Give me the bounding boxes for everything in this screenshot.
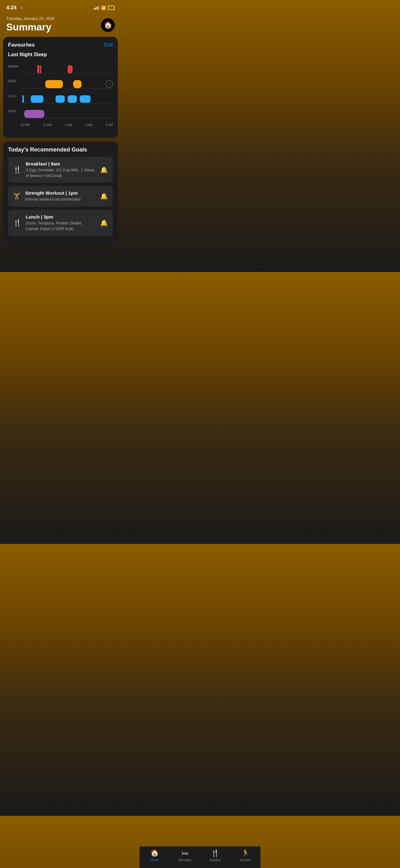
breakfast-desc: 3 Egg Omelette, 1/2 Cup Milk, 2 Slices o…: [26, 167, 96, 179]
page-header: Tuesday, January 23, 2024 Summary 🏠: [0, 14, 121, 37]
awake-block-1: [37, 65, 39, 73]
workout-content: Strength Workout | 1pm Intense workout r…: [25, 190, 96, 202]
page-title: Summary: [6, 22, 55, 32]
workout-name: Strength Workout | 1pm: [25, 190, 96, 195]
core-block-2: [31, 95, 44, 103]
battery-level: 54: [109, 6, 113, 10]
rem-row: REM →: [8, 79, 113, 90]
workout-bell-icon[interactable]: 🔔: [100, 192, 108, 200]
lunch-bell-icon[interactable]: 🔔: [100, 219, 108, 227]
awake-block-3: [68, 65, 72, 73]
home-icon: 🏠: [104, 21, 112, 29]
status-icons: 📶 54: [94, 5, 115, 10]
time-label-6am: 6 AM: [106, 123, 113, 127]
lunch-icon: 🍴: [13, 219, 22, 227]
lunch-content: Lunch | 3pm Sushi, Tempura, Protein Shak…: [26, 214, 96, 231]
workout-icon: 🏋: [13, 192, 21, 200]
breakfast-bell-icon[interactable]: 🔔: [100, 166, 108, 174]
awake-row: Awake: [8, 64, 113, 75]
core-block-3: [56, 95, 65, 103]
time-axis: 10 PM 12 AM 2 AM 4 AM 6 AM: [8, 123, 113, 127]
time-label-4am: 4 AM: [85, 123, 92, 127]
mute-icon: 🔕: [20, 6, 25, 10]
awake-block-2: [40, 65, 41, 73]
workout-goal[interactable]: 🏋 Strength Workout | 1pm Intense workout…: [8, 186, 113, 207]
time-label-10pm: 10 PM: [21, 123, 29, 127]
lunch-name: Lunch | 3pm: [26, 214, 96, 219]
favourites-header: Favourites Edit: [8, 42, 113, 48]
core-block-4: [68, 95, 77, 103]
core-block-1: [22, 95, 24, 103]
breakfast-icon: 🍴: [13, 166, 22, 174]
wifi-icon: 📶: [101, 6, 106, 10]
goals-title: Today's Recommended Goals: [8, 147, 113, 153]
favourites-card: Favourites Edit Last Night Sleep Awake R…: [3, 37, 118, 138]
signal-icon: [94, 6, 99, 10]
deep-block-1: [24, 110, 45, 118]
core-block-5: [80, 95, 91, 103]
breakfast-goal[interactable]: 🍴 Breakfast | 9am 3 Egg Omelette, 1/2 Cu…: [8, 157, 113, 183]
lunch-desc: Sushi, Tempura, Protein Shake, Caesar Sa…: [26, 220, 96, 231]
deep-label: Deep: [8, 108, 21, 113]
edit-button[interactable]: Edit: [104, 42, 113, 48]
favourites-title: Favourites: [8, 42, 35, 48]
deep-row: Deep: [8, 108, 113, 120]
rem-track: →: [21, 80, 113, 89]
rem-block-2: [73, 80, 81, 88]
sleep-detail-arrow[interactable]: →: [105, 81, 113, 88]
breakfast-name: Breakfast | 9am: [26, 161, 96, 166]
time-label-2am: 2 AM: [65, 123, 72, 127]
core-row: Core: [8, 93, 113, 104]
sleep-chart: Awake REM → Core: [8, 61, 113, 133]
header-date: Tuesday, January 23, 2024: [6, 16, 55, 21]
deep-track: [21, 110, 113, 118]
time-label-12am: 12 AM: [43, 123, 52, 127]
status-time: 4:24: [6, 5, 16, 11]
sleep-chart-title: Last Night Sleep: [8, 52, 113, 57]
cards-container: Favourites Edit Last Night Sleep Awake R…: [0, 37, 121, 272]
rem-block-1: [45, 80, 63, 88]
awake-track: [21, 65, 113, 73]
core-label: Core: [8, 93, 21, 98]
core-track: [21, 95, 113, 103]
goals-card: Today's Recommended Goals 🍴 Breakfast | …: [3, 142, 118, 244]
workout-desc: Intense workout recommended: [25, 196, 96, 202]
rem-label: REM: [8, 79, 21, 83]
battery-indicator: 54: [108, 5, 115, 10]
awake-label: Awake: [8, 64, 21, 68]
home-button[interactable]: 🏠: [101, 18, 115, 32]
lunch-goal[interactable]: 🍴 Lunch | 3pm Sushi, Tempura, Protein Sh…: [8, 210, 113, 236]
breakfast-content: Breakfast | 9am 3 Egg Omelette, 1/2 Cup …: [26, 161, 96, 179]
status-bar: 4:24 🔕 📶 54: [0, 0, 121, 14]
